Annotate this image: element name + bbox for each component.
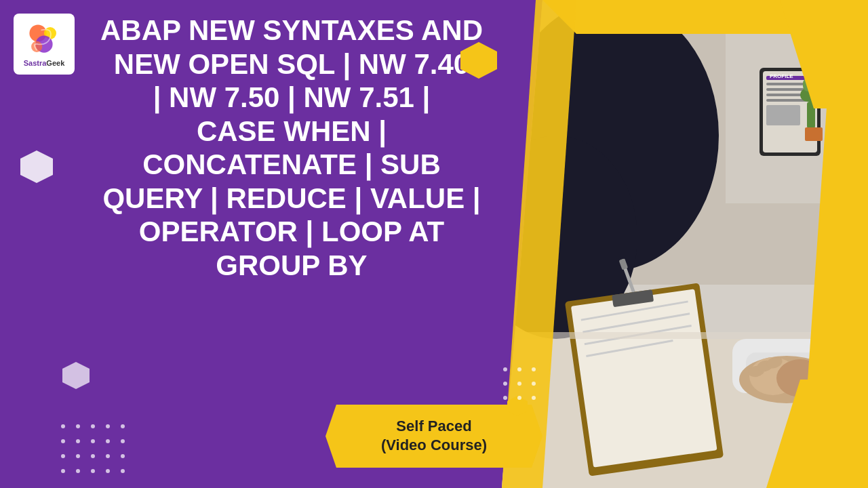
badge-text: Self Paced (Video Course) bbox=[373, 417, 495, 455]
svg-marker-5 bbox=[62, 362, 90, 389]
svg-marker-6 bbox=[460, 42, 497, 79]
logo-icon bbox=[26, 21, 62, 58]
hex-white-mid bbox=[19, 149, 54, 187]
logo-text: SastraGeek bbox=[24, 59, 65, 67]
dots-mid-decoration bbox=[503, 367, 542, 407]
right-section: PROFILE bbox=[488, 0, 868, 488]
main-container: SastraGeek ABAP NEW SYNTAXES AND NEW OPE… bbox=[0, 0, 868, 488]
hex-white-bottom bbox=[61, 361, 91, 393]
svg-rect-43 bbox=[766, 94, 804, 96]
svg-text:PROFILE: PROFILE bbox=[770, 73, 793, 79]
svg-rect-51 bbox=[805, 127, 823, 141]
photo-area: PROFILE bbox=[488, 0, 868, 488]
svg-rect-24 bbox=[571, 289, 717, 467]
svg-marker-4 bbox=[20, 150, 53, 183]
hex-yellow-large-top bbox=[459, 41, 498, 83]
svg-rect-45 bbox=[766, 105, 800, 125]
svg-point-3 bbox=[31, 41, 42, 52]
logo: SastraGeek bbox=[14, 14, 75, 75]
main-title: ABAP NEW SYNTAXES AND NEW OPEN SQL | NW … bbox=[88, 14, 495, 282]
header-area: SastraGeek ABAP NEW SYNTAXES AND NEW OPE… bbox=[14, 14, 495, 282]
svg-rect-44 bbox=[766, 99, 807, 102]
title-text: ABAP NEW SYNTAXES AND NEW OPEN SQL | NW … bbox=[88, 14, 495, 282]
svg-rect-41 bbox=[766, 83, 807, 85]
